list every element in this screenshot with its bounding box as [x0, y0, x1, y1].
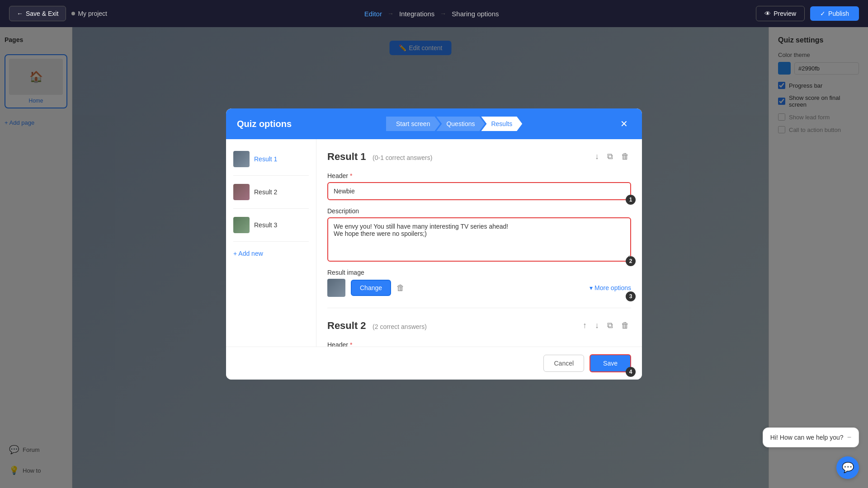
result2-header-label: Header *: [327, 341, 631, 347]
result2-thumb: [233, 184, 250, 200]
description-label: Description: [327, 207, 631, 215]
eye-icon: 👁: [764, 10, 771, 17]
move-down-button[interactable]: ↓: [593, 150, 601, 163]
modal-header: Quiz options Start screen Questions Resu…: [226, 108, 642, 139]
modal-footer: Cancel Save 4: [226, 347, 642, 380]
tab-results[interactable]: Results: [481, 117, 522, 131]
nav-integrations[interactable]: Integrations: [399, 10, 434, 18]
duplicate-button-r2[interactable]: ⧉: [605, 319, 615, 332]
result2-title-group: Result 2 (2 correct answers): [327, 320, 427, 332]
top-navigation: ← Save & Exit My project Editor → Integr…: [0, 0, 868, 27]
header-input[interactable]: [328, 183, 630, 199]
messenger-icon: 💬: [842, 462, 854, 474]
badge-4: 4: [626, 367, 636, 377]
result1-header: Result 1 (0-1 correct answers) ↓ ⧉ 🗑: [327, 150, 631, 163]
result-image-thumbnail: [327, 279, 345, 297]
save-exit-button[interactable]: ← Save & Exit: [9, 6, 66, 21]
badge-1: 1: [626, 195, 636, 205]
delete-button-r2[interactable]: 🗑: [619, 319, 631, 332]
chat-help-bubble: Hi! How can we help you? −: [763, 427, 859, 447]
cancel-button[interactable]: Cancel: [543, 355, 584, 372]
nav-sharing[interactable]: Sharing options: [452, 10, 499, 18]
delete-button[interactable]: 🗑: [619, 150, 631, 163]
quiz-options-modal: Quiz options Start screen Questions Resu…: [226, 108, 642, 380]
messenger-button[interactable]: 💬: [836, 456, 859, 479]
modal-tabs: Start screen Questions Results: [386, 117, 522, 131]
save-button[interactable]: Save: [590, 354, 631, 372]
result1-thumb: [233, 151, 250, 167]
required-marker: *: [350, 172, 352, 179]
result-image-group: Result image Change 🗑 ▾ More options 3: [327, 269, 631, 297]
result2-nav-item[interactable]: Result 2: [226, 179, 316, 205]
result1-title-group: Result 1 (0-1 correct answers): [327, 151, 432, 163]
modal-overlay: Quiz options Start screen Questions Resu…: [0, 0, 868, 488]
tab-start-screen[interactable]: Start screen: [386, 117, 440, 131]
publish-button[interactable]: ✓ Publish: [810, 6, 859, 21]
section-divider: [327, 308, 631, 308]
nav-divider-1: [233, 175, 309, 176]
more-options-button[interactable]: ▾ More options: [590, 284, 631, 291]
result2-actions: ↑ ↓ ⧉ 🗑: [581, 319, 631, 332]
description-field-group: Description We envy you! You still have …: [327, 207, 631, 262]
arrow-left-icon: ←: [17, 10, 23, 17]
move-up-button-r2[interactable]: ↑: [581, 319, 589, 332]
duplicate-button[interactable]: ⧉: [605, 150, 615, 163]
badge-2: 2: [626, 256, 636, 266]
result-image-label: Result image: [327, 269, 631, 276]
result2-header-field-group: Header *: [327, 341, 631, 347]
nav-divider-2: [233, 208, 309, 209]
nav-editor[interactable]: Editor: [364, 10, 382, 18]
arrow-right-icon-2: →: [440, 10, 446, 17]
modal-title: Quiz options: [237, 119, 292, 129]
chat-message: Hi! How can we help you?: [770, 434, 844, 441]
dot-icon: [71, 12, 75, 15]
header-label: Header *: [327, 172, 631, 179]
delete-image-button[interactable]: 🗑: [396, 283, 405, 293]
chevron-down-icon: ▾: [590, 284, 593, 291]
modal-nav: Result 1 Result 2 Result 3 + Add new: [226, 139, 316, 347]
result2-header: Result 2 (2 correct answers) ↑ ↓ ⧉ 🗑: [327, 319, 631, 332]
modal-close-button[interactable]: ✕: [617, 117, 631, 131]
result1-nav-item[interactable]: Result 1: [226, 146, 316, 172]
chat-close-button[interactable]: −: [847, 433, 851, 441]
description-textarea[interactable]: We envy you! You still have many interes…: [328, 218, 630, 259]
result3-thumb: [233, 217, 250, 233]
tab-questions[interactable]: Questions: [436, 117, 485, 131]
change-image-button[interactable]: Change: [351, 280, 391, 296]
result1-actions: ↓ ⧉ 🗑: [593, 150, 631, 163]
arrow-right-icon: →: [387, 10, 394, 17]
header-field-group: Header * 1: [327, 172, 631, 200]
modal-content-area: Result 1 (0-1 correct answers) ↓ ⧉ 🗑 Hea…: [316, 139, 642, 347]
check-icon: ✓: [820, 10, 826, 17]
nav-divider-3: [233, 241, 309, 242]
result-image-row: Change 🗑 ▾ More options: [327, 279, 631, 297]
required-marker-2: *: [350, 341, 352, 347]
project-name: My project: [71, 10, 107, 17]
badge-3: 3: [626, 291, 636, 301]
add-new-result-button[interactable]: + Add new: [226, 245, 316, 262]
preview-button[interactable]: 👁 Preview: [756, 6, 805, 21]
move-down-button-r2[interactable]: ↓: [593, 319, 601, 332]
result3-nav-item[interactable]: Result 3: [226, 212, 316, 238]
modal-body: Result 1 Result 2 Result 3 + Add new: [226, 139, 642, 347]
